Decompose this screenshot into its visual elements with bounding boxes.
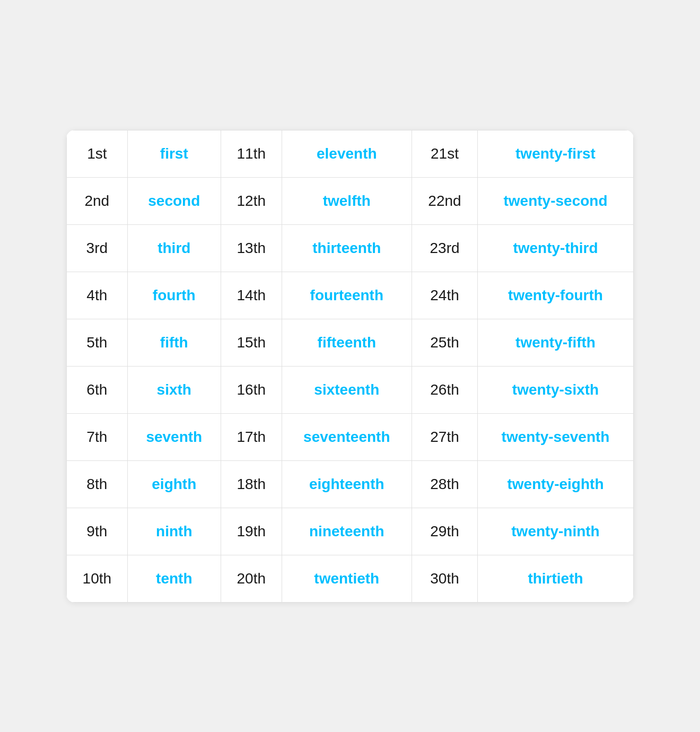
ordinal-word: sixteenth bbox=[282, 366, 412, 413]
table-row: 6thsixth16thsixteenth26thtwenty-sixth bbox=[67, 366, 634, 413]
ordinal-number: 26th bbox=[412, 366, 478, 413]
ordinal-word: tenth bbox=[127, 555, 221, 602]
ordinal-word: twenty-fourth bbox=[478, 272, 634, 319]
ordinal-word: thirteenth bbox=[282, 224, 412, 272]
ordinal-number: 20th bbox=[221, 555, 282, 602]
ordinal-word: eleventh bbox=[282, 130, 412, 177]
ordinal-word: twenty-sixth bbox=[478, 366, 634, 413]
ordinal-word: sixth bbox=[127, 366, 221, 413]
ordinal-word: ninth bbox=[127, 508, 221, 555]
ordinal-number: 12th bbox=[221, 177, 282, 224]
ordinal-word: fifteenth bbox=[282, 319, 412, 366]
ordinal-number: 25th bbox=[412, 319, 478, 366]
ordinal-number: 21st bbox=[412, 130, 478, 177]
ordinal-word: twenty-fifth bbox=[478, 319, 634, 366]
ordinal-number: 30th bbox=[412, 555, 478, 602]
ordinal-number: 9th bbox=[67, 508, 128, 555]
ordinal-word: seventeenth bbox=[282, 413, 412, 460]
ordinal-word: twenty-seventh bbox=[478, 413, 634, 460]
table-row: 3rdthird13ththirteenth23rdtwenty-third bbox=[67, 224, 634, 272]
ordinal-word: twenty-second bbox=[478, 177, 634, 224]
ordinal-word: twenty-third bbox=[478, 224, 634, 272]
ordinal-number: 28th bbox=[412, 460, 478, 508]
ordinal-word: thirtieth bbox=[478, 555, 634, 602]
table-row: 4thfourth14thfourteenth24thtwenty-fourth bbox=[67, 272, 634, 319]
ordinal-number: 27th bbox=[412, 413, 478, 460]
ordinal-word: nineteenth bbox=[282, 508, 412, 555]
ordinal-number: 5th bbox=[67, 319, 128, 366]
ordinal-word: seventh bbox=[127, 413, 221, 460]
table-row: 2ndsecond12thtwelfth22ndtwenty-second bbox=[67, 177, 634, 224]
ordinal-word: first bbox=[127, 130, 221, 177]
ordinal-number: 11th bbox=[221, 130, 282, 177]
ordinal-number: 18th bbox=[221, 460, 282, 508]
table-row: 10thtenth20thtwentieth30ththirtieth bbox=[67, 555, 634, 602]
ordinal-word: twenty-first bbox=[478, 130, 634, 177]
ordinal-number: 15th bbox=[221, 319, 282, 366]
ordinal-number: 4th bbox=[67, 272, 128, 319]
ordinal-word: twenty-ninth bbox=[478, 508, 634, 555]
ordinal-word: eighth bbox=[127, 460, 221, 508]
table-row: 1stfirst11theleventh21sttwenty-first bbox=[67, 130, 634, 177]
ordinal-number: 24th bbox=[412, 272, 478, 319]
ordinal-number: 22nd bbox=[412, 177, 478, 224]
ordinal-number: 6th bbox=[67, 366, 128, 413]
table-row: 8theighth18theighteenth28thtwenty-eighth bbox=[67, 460, 634, 508]
ordinal-number: 2nd bbox=[67, 177, 128, 224]
ordinal-word: second bbox=[127, 177, 221, 224]
ordinals-table-container: 1stfirst11theleventh21sttwenty-first2nds… bbox=[66, 130, 634, 603]
ordinal-word: fifth bbox=[127, 319, 221, 366]
ordinal-word: twentieth bbox=[282, 555, 412, 602]
ordinal-word: fourth bbox=[127, 272, 221, 319]
ordinal-number: 13th bbox=[221, 224, 282, 272]
ordinal-number: 23rd bbox=[412, 224, 478, 272]
ordinal-number: 1st bbox=[67, 130, 128, 177]
ordinal-word: fourteenth bbox=[282, 272, 412, 319]
ordinal-number: 14th bbox=[221, 272, 282, 319]
ordinal-number: 3rd bbox=[67, 224, 128, 272]
ordinal-number: 29th bbox=[412, 508, 478, 555]
ordinal-number: 19th bbox=[221, 508, 282, 555]
ordinal-word: twenty-eighth bbox=[478, 460, 634, 508]
table-row: 7thseventh17thseventeenth27thtwenty-seve… bbox=[67, 413, 634, 460]
ordinal-word: twelfth bbox=[282, 177, 412, 224]
ordinal-number: 17th bbox=[221, 413, 282, 460]
ordinal-word: eighteenth bbox=[282, 460, 412, 508]
ordinal-number: 10th bbox=[67, 555, 128, 602]
table-row: 9thninth19thnineteenth29thtwenty-ninth bbox=[67, 508, 634, 555]
ordinal-number: 7th bbox=[67, 413, 128, 460]
ordinal-number: 16th bbox=[221, 366, 282, 413]
ordinal-word: third bbox=[127, 224, 221, 272]
ordinal-number: 8th bbox=[67, 460, 128, 508]
table-row: 5thfifth15thfifteenth25thtwenty-fifth bbox=[67, 319, 634, 366]
ordinals-table: 1stfirst11theleventh21sttwenty-first2nds… bbox=[66, 130, 634, 603]
